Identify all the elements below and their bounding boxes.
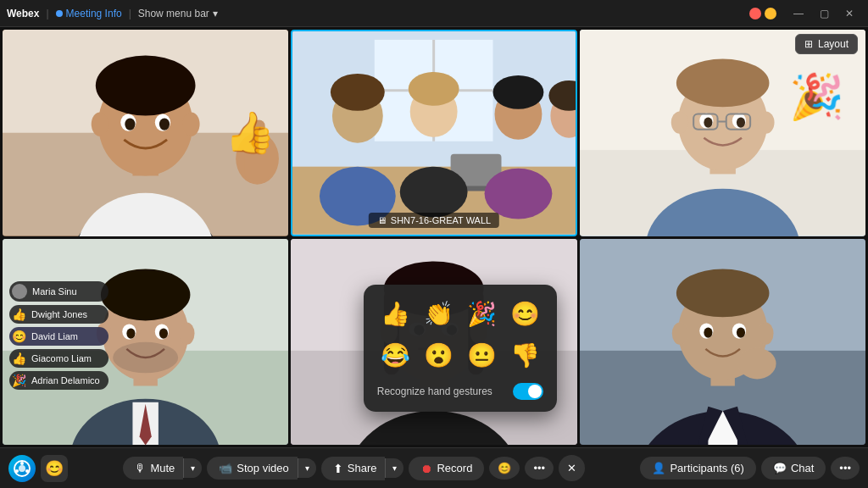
share-label: Share <box>348 462 377 474</box>
svg-point-11 <box>125 119 135 130</box>
stop-video-label: Stop video <box>236 462 288 474</box>
title-bar-right: — ▢ ✕ <box>749 5 861 22</box>
stop-video-button[interactable]: 📹 Stop video <box>207 457 297 480</box>
svg-point-42 <box>757 111 774 133</box>
video-cell-1[interactable]: 👍 <box>3 30 288 236</box>
mute-button[interactable]: 🎙 Mute <box>123 457 183 480</box>
record-icon: ⏺ <box>420 462 432 475</box>
more-options-button[interactable]: ••• <box>525 457 554 480</box>
toolbar-center: 🎙 Mute ▾ 📹 Stop video ▾ ⬆ Share ▾ ⏺ Reco… <box>71 455 637 481</box>
svg-point-40 <box>676 58 770 107</box>
svg-point-96 <box>738 347 776 379</box>
mute-label: Mute <box>150 462 175 474</box>
svg-point-46 <box>737 117 745 127</box>
video-cell-6[interactable] <box>580 239 865 446</box>
app-name: Webex <box>7 8 39 19</box>
svg-point-91 <box>758 322 773 344</box>
chat-label: Chat <box>791 462 814 474</box>
share-button-group: ⬆ Share ▾ <box>321 457 404 480</box>
meeting-info-label: Meeting Info <box>66 8 122 19</box>
layout-button[interactable]: ⊞ Layout <box>795 34 858 54</box>
record-label: Record <box>437 462 472 474</box>
chat-button[interactable]: 💬 Chat <box>761 457 826 480</box>
participants-button[interactable]: 👤 Participants (6) <box>640 457 755 480</box>
participant-item-adrian: 🎉 Adrian Delamico <box>9 371 108 390</box>
meeting-info-button[interactable]: Meeting Info <box>56 8 122 19</box>
share-icon: ⬆ <box>333 462 343 475</box>
toolbar-more-button[interactable]: ••• <box>831 457 860 480</box>
video-cell-4[interactable]: Maria Sinu 👍 Dwight Jones 😊 David Liam 👍… <box>3 239 288 446</box>
mute-caret[interactable]: ▾ <box>183 458 202 478</box>
emoji-btn-laugh[interactable]: 😂 <box>377 338 414 373</box>
stop-video-caret[interactable]: ▾ <box>298 458 316 478</box>
layout-grid-icon: ⊞ <box>804 38 813 50</box>
display-icon: 🖥 <box>377 215 387 225</box>
svg-point-100 <box>25 469 29 473</box>
maximize-button[interactable]: ▢ <box>812 5 836 22</box>
emoji-icon: 😊 <box>498 462 511 474</box>
share-caret[interactable]: ▾ <box>385 458 403 478</box>
toolbar: 😊 🎙 Mute ▾ 📹 Stop video ▾ ⬆ Share ▾ <box>0 447 868 488</box>
close-button[interactable]: ✕ <box>837 5 861 22</box>
svg-point-30 <box>493 75 544 109</box>
gesture-label: Recognize hand gestures <box>377 385 492 397</box>
separator: | <box>46 8 48 19</box>
participant-name-2: David Liam <box>31 331 78 341</box>
close-dot-icon[interactable] <box>749 8 761 19</box>
svg-point-6 <box>96 55 196 115</box>
emoji-reaction-button[interactable]: 😊 <box>489 457 520 480</box>
room-label-2: 🖥 SHN7-16-GREAT WALL <box>369 213 499 228</box>
participant-item-maria: Maria Sinu <box>9 281 108 302</box>
gesture-toggle-switch[interactable] <box>513 383 543 400</box>
svg-point-45 <box>704 117 712 127</box>
video-cell-2[interactable]: 🖥 SHN7-16-GREAT WALL <box>291 30 576 236</box>
emoji-btn-thumbs-up[interactable]: 👍 <box>377 297 414 331</box>
toggle-knob <box>528 385 542 398</box>
emoji-btn-smile[interactable]: 😊 <box>507 297 543 331</box>
chevron-down-icon: ▾ <box>213 8 218 19</box>
emoji-face-button[interactable]: 😊 <box>41 455 68 482</box>
participants-icon: 👤 <box>652 462 665 474</box>
layout-label: Layout <box>818 38 849 50</box>
chat-icon: 💬 <box>773 462 787 474</box>
svg-point-12 <box>159 119 170 130</box>
svg-point-24 <box>331 74 385 111</box>
toolbar-right: 👤 Participants (6) 💬 Chat ••• <box>640 457 860 480</box>
svg-point-27 <box>409 72 459 106</box>
emoji-grid: 👍 👏 🎉 😊 😂 😮 😐 👎 <box>377 297 543 373</box>
record-button[interactable]: ⏺ Record <box>409 457 484 480</box>
emoji-btn-clap[interactable]: 👏 <box>420 297 457 331</box>
svg-point-98 <box>19 465 25 472</box>
webex-logo[interactable] <box>8 455 36 482</box>
participant-item-david: 😊 David Liam <box>9 327 108 346</box>
emoji-btn-party[interactable]: 🎉 <box>464 297 500 331</box>
participant-video-2 <box>292 31 575 235</box>
svg-point-7 <box>92 112 108 136</box>
svg-point-58 <box>101 269 191 320</box>
participant-name-0: Maria Sinu <box>32 286 77 297</box>
svg-point-63 <box>126 328 135 338</box>
participant-emoji-2: 😊 <box>12 330 26 343</box>
emoji-btn-surprise[interactable]: 😮 <box>420 338 457 373</box>
show-menu-bar-button[interactable]: Show menu bar ▾ <box>138 8 218 19</box>
window-controls: — ▢ ✕ <box>787 5 861 22</box>
share-button[interactable]: ⬆ Share <box>321 457 386 480</box>
svg-point-64 <box>159 328 168 338</box>
end-call-button[interactable]: ✕ <box>559 455 585 481</box>
emoji-btn-thumbs-down[interactable]: 👎 <box>507 338 543 373</box>
emoji-btn-neutral[interactable]: 😐 <box>464 338 500 373</box>
participant-name-4: Adrian Delamico <box>31 375 100 385</box>
end-icon: ✕ <box>567 462 576 474</box>
minimize-button[interactable]: — <box>787 5 810 22</box>
reaction-emoji-1: 👍 <box>225 109 275 157</box>
reaction-emoji-3: 🎉 <box>789 71 844 123</box>
participants-label: Participants (6) <box>670 462 743 474</box>
video-cell-3[interactable]: 🎉 <box>580 30 865 236</box>
svg-point-94 <box>704 327 712 337</box>
participant-video-6 <box>580 239 865 446</box>
participant-name-3: Giacomo Liam <box>31 353 92 363</box>
minimize-dot-icon[interactable] <box>765 8 776 19</box>
svg-point-101 <box>15 469 19 473</box>
svg-point-95 <box>737 327 745 337</box>
emoji-reaction-popup: 👍 👏 🎉 😊 😂 😮 😐 👎 Recognize hand gestures <box>364 285 557 412</box>
